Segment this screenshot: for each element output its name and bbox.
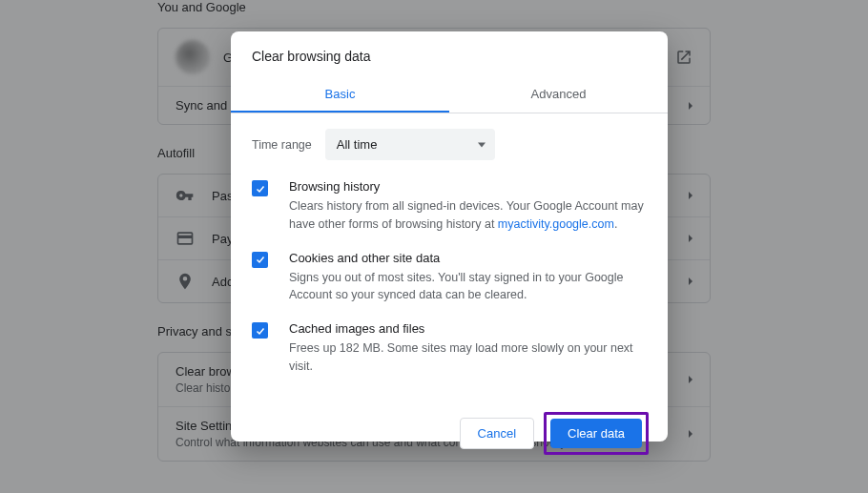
- cancel-button[interactable]: Cancel: [460, 418, 534, 449]
- time-range-select[interactable]: All time: [325, 129, 495, 160]
- cache-checkbox[interactable]: [252, 322, 268, 339]
- clear-data-button[interactable]: Clear data: [550, 419, 642, 448]
- cache-row: Cached images and files Frees up 182 MB.…: [252, 321, 647, 376]
- browsing-history-row: Browsing history Clears history from all…: [252, 179, 647, 234]
- dialog-body: Time range All time Browsing history Cle…: [231, 113, 668, 401]
- tabs: Basic Advanced: [231, 77, 668, 113]
- browsing-history-desc-post: .: [614, 217, 617, 231]
- dialog-actions: Cancel Clear data: [231, 401, 668, 472]
- dialog-title: Clear browsing data: [231, 31, 668, 77]
- tab-basic[interactable]: Basic: [231, 77, 449, 113]
- browsing-history-desc: Clears history from all signed-in device…: [289, 197, 647, 234]
- cookies-content: Cookies and other site data Signs you ou…: [289, 251, 647, 305]
- browsing-history-title: Browsing history: [289, 179, 647, 194]
- myactivity-link[interactable]: myactivity.google.com: [498, 217, 614, 231]
- tab-advanced[interactable]: Advanced: [449, 77, 668, 113]
- time-range-row: Time range All time: [252, 129, 647, 160]
- cookies-row: Cookies and other site data Signs you ou…: [252, 251, 647, 305]
- browsing-history-content: Browsing history Clears history from all…: [289, 179, 647, 234]
- time-range-label: Time range: [252, 138, 312, 152]
- time-range-select-wrap: All time: [325, 129, 495, 160]
- browsing-history-checkbox[interactable]: [252, 180, 268, 196]
- cookies-checkbox[interactable]: [252, 252, 268, 268]
- clear-browsing-data-dialog: Clear browsing data Basic Advanced Time …: [231, 31, 668, 442]
- cookies-desc: Signs you out of most sites. You'll stay…: [289, 269, 647, 305]
- cache-desc: Frees up 182 MB. Some sites may load mor…: [289, 339, 647, 376]
- highlight-annotation: Clear data: [544, 412, 649, 455]
- cache-content: Cached images and files Frees up 182 MB.…: [289, 321, 647, 376]
- cookies-title: Cookies and other site data: [289, 251, 647, 265]
- cache-title: Cached images and files: [289, 321, 647, 336]
